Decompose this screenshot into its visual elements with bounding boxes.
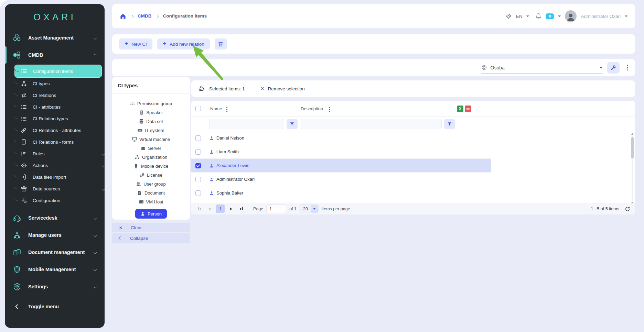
ci-type-user-group[interactable]: User group [112,179,190,188]
items-per-page-select[interactable]: 20 [300,204,319,213]
name-column-menu-kebab[interactable] [224,106,230,113]
previous-page-button[interactable] [206,206,213,212]
table-row[interactable]: Administrator Oxari [191,173,491,186]
collapse-panel-button[interactable]: Collapse [112,233,190,243]
next-page-button[interactable] [228,206,235,212]
documents-icon [12,248,21,257]
page-input[interactable] [266,204,286,213]
ci-type-document[interactable]: Document [112,188,190,197]
sidebar-item-servicedesk[interactable]: Servicedesk [8,210,101,225]
description-column-menu-kebab[interactable] [326,106,333,113]
row-checkbox-checked[interactable] [195,163,201,168]
export-excel-icon[interactable]: X [457,106,463,112]
ci-type-data-set[interactable]: Data set [112,117,190,126]
sidebar-item-document-management[interactable]: Document management [8,245,101,260]
sidebar-item-configuration-items[interactable]: Configuration items [14,65,102,78]
sidebar-item-label: Configuration items [33,69,73,74]
sidebar-item-mobile-management[interactable]: Mobile Management [8,262,101,277]
table-row[interactable]: Daniel Nelson [191,131,491,145]
notification-badge[interactable]: 0 [546,13,554,19]
description-filter-input[interactable] [301,119,442,129]
name-filter-input[interactable] [209,119,284,129]
more-options-kebab[interactable] [624,64,631,72]
target-icon [20,162,28,169]
keyboard-icon [138,128,142,133]
gears-icon [20,197,28,204]
mobile-shield-icon [12,265,21,274]
sidebar-item-ci-relations[interactable]: CI relations [5,89,105,101]
export-pdf-icon[interactable]: PDF [465,106,471,112]
clear-filter-button[interactable]: × Clear [112,223,190,232]
ci-types-list: Permission group Speaker Data set IT sys… [112,99,190,206]
scrollbar-thumb[interactable] [631,137,634,158]
user-name[interactable]: Administrator Oxari [581,14,621,19]
sidebar-item-ci-attributes[interactable]: CI - attributes [5,101,105,113]
table-row-selected[interactable]: Alexander Lewis [191,159,491,173]
row-checkbox[interactable] [195,135,201,141]
column-header-name[interactable]: Name [210,106,222,111]
sidebar-item-actions[interactable]: Actions [5,159,105,171]
ci-type-vm-host[interactable]: VM Host [112,197,190,206]
items-per-page-value: 20 [300,205,311,213]
ci-type-speaker[interactable]: Speaker [112,108,190,117]
toggle-menu-button[interactable]: Toggle menu [8,299,101,314]
ci-type-server[interactable]: Server [112,144,190,153]
ci-type-mobile-device[interactable]: Mobile device [112,162,190,170]
table-row[interactable]: Liam Smith [191,145,491,159]
description-filter-funnel-button[interactable] [444,119,455,129]
sidebar-item-settings[interactable]: Settings [8,279,101,294]
language-selector[interactable]: EN [516,14,523,19]
ci-type-virtual-machine[interactable]: Virtual machine [112,135,190,144]
add-new-relation-button[interactable]: + Add new relation [157,38,210,49]
first-page-button[interactable] [196,206,203,212]
sidebar-item-configuration[interactable]: Configuration [5,195,105,206]
home-icon[interactable] [120,13,126,20]
delete-button[interactable] [215,38,227,49]
language-caret-icon[interactable] [526,15,529,17]
sidebar-item-asset-management[interactable]: Asset Management [8,30,101,45]
row-checkbox[interactable] [195,177,201,182]
ci-type-permission-group[interactable]: Permission group [112,99,190,108]
gear-icon[interactable] [505,13,512,20]
scroll-up-arrow[interactable] [631,133,633,135]
sidebar-item-data-files-import[interactable]: Data files import [5,171,105,183]
table-row[interactable]: Sophia Baker [191,186,491,200]
current-page-button[interactable]: 1 [216,204,225,213]
table-vertical-scrollbar[interactable] [631,133,634,204]
ci-type-organization[interactable]: Organization [112,153,190,162]
name-filter-funnel-button[interactable] [287,119,298,129]
breadcrumb-cmdb-link[interactable]: CMDB [138,13,152,19]
sidebar-nav: Asset Management CMDB Configuration item… [5,27,105,328]
sidebar-item-cmdb[interactable]: CMDB [8,47,101,63]
refresh-icon[interactable] [625,206,630,212]
ci-type-person-selected[interactable]: Person [135,209,167,219]
sidebar-item-label: Rules [33,151,45,156]
chevron-left-icon [118,236,122,240]
sidebar-item-label: CI - attributes [33,104,61,110]
row-checkbox[interactable] [195,149,201,155]
remove-selection-button[interactable]: × Remove selection [261,85,305,92]
sidebar-item-ci-relation-types[interactable]: CI Relation types [5,113,105,124]
sidebar-item-ci-types[interactable]: CI types [5,78,105,89]
notification-caret-icon[interactable] [558,15,561,17]
column-header-description[interactable]: Description [301,106,323,111]
swap-arrows-icon [20,91,28,99]
sidebar-item-rules[interactable]: Rules [5,148,105,159]
sidebar-item-ci-relations-attributes[interactable]: CI Relations - attributes [5,124,105,136]
bell-icon[interactable] [535,13,541,19]
sidebar-item-ci-relations-forms[interactable]: CI Relations - forms [5,136,105,148]
sidebar-item-data-sources[interactable]: Data sources [5,183,105,195]
ci-type-it-system[interactable]: IT system [112,126,190,135]
user-menu-caret-icon[interactable] [625,15,627,17]
sidebar-item-manage-users[interactable]: Manage users [8,228,101,243]
settings-wrench-button[interactable] [607,62,620,74]
new-ci-label: New CI [132,42,147,47]
top-right-controls: EN 0 Administrator Oxari [505,10,627,22]
ci-type-license[interactable]: License [112,170,190,179]
select-all-checkbox[interactable] [195,106,201,111]
avatar[interactable] [565,10,577,22]
row-checkbox[interactable] [195,190,201,196]
new-ci-button[interactable]: + New CI [119,38,152,49]
ci-type-filter-select[interactable]: Osoba [481,62,602,74]
last-page-button[interactable] [238,206,245,212]
